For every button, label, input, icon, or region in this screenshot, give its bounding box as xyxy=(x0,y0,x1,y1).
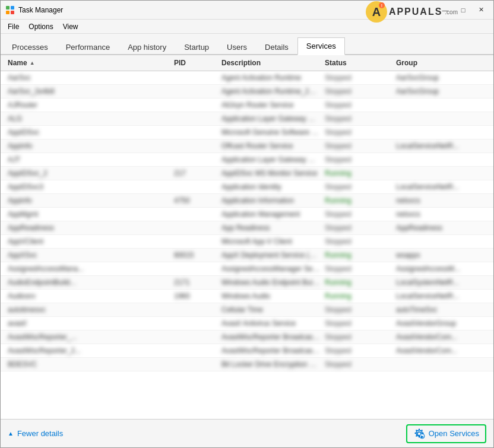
table-row[interactable]: AJT Application Layer Gateway Service St… xyxy=(1,153,493,167)
cell-name: AarSvc_2e4b8 xyxy=(5,86,172,97)
table-row[interactable]: AppMgmt Application Management Stopped n… xyxy=(1,208,493,221)
table-row[interactable]: AudioEndpointBuild... 2171 Windows Audio… xyxy=(1,276,493,290)
cell-status: Stopped xyxy=(322,141,394,151)
cell-group: AssignedAccessM... xyxy=(394,263,489,274)
cell-description: Agent Activation Runtime xyxy=(219,72,322,83)
cell-group: AvastVendorCom... xyxy=(394,345,489,356)
table-row[interactable]: autotimesvc Cellular Time Stopped autoTi… xyxy=(1,303,493,317)
col-header-pid[interactable]: PID xyxy=(172,58,219,68)
services-gear-icon: ▶ xyxy=(413,428,425,440)
cell-name: AppXSvc xyxy=(5,250,172,260)
cell-status: Stopped xyxy=(322,127,394,138)
cell-group: LocalServiceNetR... xyxy=(394,141,489,151)
table-row[interactable]: ALG Application Layer Gateway Service St… xyxy=(1,112,493,126)
cell-group xyxy=(394,236,489,247)
tab-processes[interactable]: Processes xyxy=(3,39,57,55)
table-row[interactable]: AppInfo Offcast Router Service Stopped L… xyxy=(1,139,493,153)
close-button[interactable]: ✕ xyxy=(473,4,489,16)
cell-pid xyxy=(172,113,219,124)
tab-performance[interactable]: Performance xyxy=(57,39,119,55)
cell-description: Windows Audio xyxy=(219,291,322,301)
cell-pid xyxy=(172,359,219,370)
footer: ▲ Fewer details ▶ Open Services xyxy=(1,419,493,447)
cell-pid xyxy=(172,182,219,192)
cell-status: Stopped xyxy=(322,72,394,83)
cell-group: AarSvcGroup xyxy=(394,72,489,83)
col-header-description[interactable]: Description xyxy=(219,58,322,68)
app-icon xyxy=(5,5,15,15)
table-row[interactable]: AppIDSvc_2 217 AppIDSvc MS Monitor Servi… xyxy=(1,167,493,180)
cell-status: Stopped xyxy=(322,318,394,329)
appuals-logo-text: APPUALS xyxy=(389,7,442,17)
cell-pid xyxy=(172,318,219,329)
cell-name: AssignedAccessMana... xyxy=(5,263,172,274)
cell-name: AppInfo xyxy=(5,141,172,151)
col-header-status[interactable]: Status xyxy=(322,58,394,68)
table-header: Name ▲ PID Description Status Group xyxy=(1,55,493,71)
cell-group: LocalServiceNetR... xyxy=(394,182,489,192)
cell-group xyxy=(394,113,489,124)
cell-name: AJRouter xyxy=(5,100,172,110)
menu-options[interactable]: Options xyxy=(24,21,58,32)
cell-pid xyxy=(172,72,219,83)
cell-name: BDESVC xyxy=(5,359,172,370)
task-manager-window: Task Manager — □ ✕ A ! APPUALS .com File… xyxy=(0,0,494,448)
cell-status: Stopped xyxy=(322,113,394,124)
cell-pid xyxy=(172,236,219,247)
cell-description: AppX Deployment Service (AppXSVC) xyxy=(219,250,322,260)
table-row[interactable]: AarSvc Agent Activation Runtime Stopped … xyxy=(1,71,493,85)
menu-file[interactable]: File xyxy=(3,21,24,32)
cell-name: autotimesvc xyxy=(5,304,172,315)
cell-description: Application Layer Gateway Service xyxy=(219,154,322,165)
cell-description: App Readiness xyxy=(219,223,322,233)
table-row[interactable]: AvastWscReporter_... AvastWscReporter Br… xyxy=(1,331,493,344)
cell-group: AppReadiness xyxy=(394,223,489,233)
cell-status: Running xyxy=(322,195,394,206)
cell-group: LocalSystemNetR... xyxy=(394,277,489,288)
cell-group: AarSvcGroup xyxy=(394,86,489,97)
tab-users[interactable]: Users xyxy=(218,39,256,55)
tab-services[interactable]: Services xyxy=(297,37,345,55)
table-row[interactable]: BDESVC Bit Locker Drive Encryption Servi… xyxy=(1,358,493,371)
cell-status: Stopped xyxy=(322,332,394,342)
table-row[interactable]: Audiosrv 1960 Windows Audio Running Loca… xyxy=(1,290,493,303)
table-row[interactable]: AppReadiness App Readiness Stopped AppRe… xyxy=(1,221,493,235)
cell-name: AJT xyxy=(5,154,172,165)
cell-pid xyxy=(172,86,219,97)
cell-pid: 80015 xyxy=(172,250,219,260)
tab-app-history[interactable]: App history xyxy=(119,39,175,55)
col-header-group[interactable]: Group xyxy=(394,58,489,68)
cell-group: AvastVendorCom... xyxy=(394,332,489,342)
cell-description: Bit Locker Drive Encryption Service xyxy=(219,359,322,370)
tab-details[interactable]: Details xyxy=(256,39,297,55)
cell-description: Application Layer Gateway Service xyxy=(219,113,322,124)
table-row[interactable]: AvastWscReporter_2... AvastWscReporter B… xyxy=(1,344,493,358)
cell-group: LocalServiceNetR... xyxy=(394,291,489,301)
cell-pid: 1960 xyxy=(172,291,219,301)
col-header-name[interactable]: Name ▲ xyxy=(5,58,172,68)
svg-rect-1 xyxy=(11,6,14,9)
open-services-button[interactable]: ▶ Open Services xyxy=(406,424,486,443)
cell-pid xyxy=(172,263,219,274)
table-row[interactable]: AppXSvc 80015 AppX Deployment Service (A… xyxy=(1,249,493,262)
table-row[interactable]: AJRouter AllJoyn Router Service Stopped xyxy=(1,99,493,112)
cell-description: Application Identity xyxy=(219,182,322,192)
table-row[interactable]: AarSvc_2e4b8 Agent Activation Runtime_2e… xyxy=(1,85,493,99)
cell-status: Running xyxy=(322,250,394,260)
cell-name: AppIDSvc3 xyxy=(5,182,172,192)
cell-status: Stopped xyxy=(322,223,394,233)
table-row[interactable]: Appinfo 4750 Application Information Run… xyxy=(1,194,493,208)
menu-view[interactable]: View xyxy=(58,21,83,32)
tab-startup[interactable]: Startup xyxy=(175,39,218,55)
fewer-details-button[interactable]: ▲ Fewer details xyxy=(8,429,63,438)
cell-pid xyxy=(172,332,219,342)
table-row[interactable]: AssignedAccessMana... AssignedAccessMana… xyxy=(1,262,493,276)
table-row[interactable]: AppIDSvc Microsoft Genuine Software Inte… xyxy=(1,126,493,139)
appuals-logo-graphic: A ! xyxy=(365,1,388,23)
cell-group: netsvcs xyxy=(394,209,489,220)
sort-arrow-icon: ▲ xyxy=(30,60,35,66)
table-row[interactable]: AppIDSvc3 Application Identity Stopped L… xyxy=(1,180,493,194)
table-row[interactable]: avast! Avast! Antivirus Service Stopped … xyxy=(1,317,493,331)
cell-description: Offcast Router Service xyxy=(219,141,322,151)
table-row[interactable]: AppVClient Microsoft App-V Client Stoppe… xyxy=(1,235,493,249)
